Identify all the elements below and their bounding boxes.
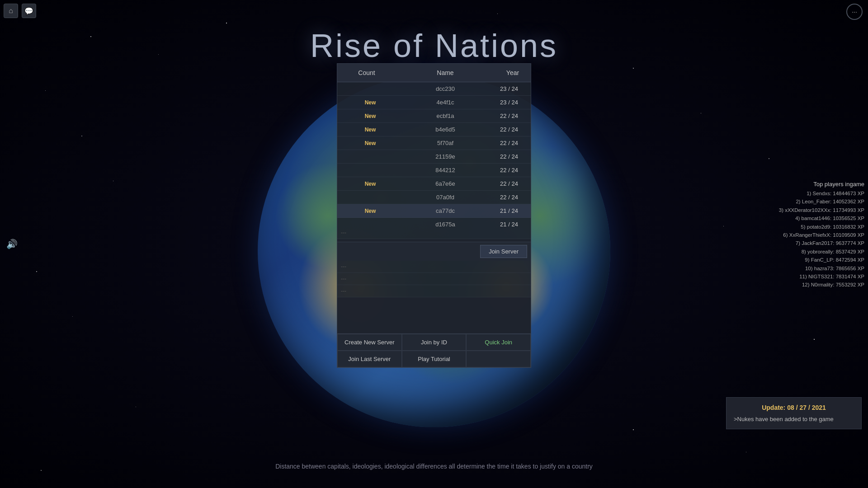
server-row[interactable]: Newb4e6d522 / 24 [337,123,531,136]
create-new-server-button[interactable]: Create New Server [337,334,402,351]
server-row[interactable]: New5f70af22 / 24 [337,136,531,150]
bottom-info-text: Distance between capitals, ideologies, i… [275,463,593,470]
top-players-panel: Top players ingame 1) Sendxs: 14844673 X… [728,181,868,289]
bottom-buttons: Create New Server Join by ID Quick Join … [337,333,531,367]
top-player-row: 3) xXXDerator102XXx: 11734993 XP [728,206,864,214]
top-player-row: 5) potato2d9: 10316832 XP [728,223,864,231]
top-player-row: 10) hazra73: 7865656 XP [728,264,864,272]
top-player-row: 6) XxRangerThiefxX: 10109509 XP [728,231,864,239]
server-players: 22 / 24 [491,167,527,174]
server-players: 22 / 24 [491,194,527,201]
server-name: ecbf1a [400,113,491,119]
server-name: 21159e [400,153,491,160]
server-browser-panel: Count Name Year dcc23023 / 24New4e4f1c23… [337,63,531,368]
server-row[interactable]: d1675a21 / 24 [337,218,531,227]
top-players-title: Top players ingame [728,181,864,188]
top-player-row: 2) Leon_Faber: 14052362 XP [728,197,864,206]
server-players: 22 / 24 [491,153,527,160]
new-badge: New [365,127,376,133]
top-players-list: 1) Sendxs: 14844673 XP2) Leon_Faber: 140… [728,189,864,289]
server-name: d1675a [400,221,491,227]
server-row[interactable]: 07a0fd22 / 24 [337,191,531,204]
server-players: 23 / 24 [491,85,527,92]
header-count: Count [337,64,396,82]
table-header: Count Name Year [337,64,531,82]
sep-row-3: --- [337,273,531,285]
new-badge: New [365,99,376,106]
server-name: ca77dc [400,207,491,214]
server-name: b4e6d5 [400,126,491,133]
new-badge: New [365,113,376,119]
new-badge: New [365,140,376,146]
sep-row-1: --- [337,227,531,239]
server-players: 22 / 24 [491,180,527,187]
sep-row-4: --- [337,285,531,297]
server-name: 844212 [400,167,491,174]
top-player-row: 9) FanC_LP: 8472594 XP [728,256,864,264]
server-list[interactable]: dcc23023 / 24New4e4f1c23 / 24Newecbf1a22… [337,82,531,227]
menu-dots-button[interactable]: ··· [846,4,863,20]
update-title: Update: 08 / 27 / 2021 [734,404,854,411]
server-players: 22 / 24 [491,113,527,119]
join-server-button[interactable]: Join Server [480,245,527,258]
top-player-row: 1) Sendxs: 14844673 XP [728,189,864,197]
server-row[interactable]: New4e4f1c23 / 24 [337,96,531,109]
top-player-row: 4) bamcat1446: 10356525 XP [728,214,864,222]
server-players: 21 / 24 [491,221,527,227]
server-row[interactable]: New6a7e6e22 / 24 [337,177,531,191]
join-area: Join Server [337,242,531,261]
server-row[interactable]: 21159e22 / 24 [337,150,531,164]
top-right-menu-area: ··· [846,4,863,20]
sound-icon[interactable]: 🔊 [6,239,18,249]
server-name: 5f70af [400,140,491,146]
top-player-row: 11) NIGTS321: 7831474 XP [728,272,864,281]
server-name: dcc230 [400,85,491,92]
server-players: 21 / 24 [491,207,527,214]
server-row[interactable]: Newecbf1a22 / 24 [337,109,531,123]
home-icon[interactable]: ⌂ [4,4,18,18]
server-name: 6a7e6e [400,180,491,187]
game-title: Rise of Nations [310,27,558,64]
new-badge: New [365,181,376,187]
server-players: 23 / 24 [491,99,527,106]
header-year: Year [495,64,531,82]
server-row[interactable]: dcc23023 / 24 [337,82,531,96]
server-name: 4e4f1c [400,99,491,106]
server-row[interactable]: Newca77dc21 / 24 [337,204,531,218]
top-player-row: 12) N0rmality: 7553292 XP [728,281,864,289]
server-name: 07a0fd [400,194,491,201]
header-name: Name [396,64,495,82]
top-player-row: 8) yobroreally: 8537429 XP [728,248,864,256]
top-player-row: 7) JackFan2017: 9637774 XP [728,239,864,247]
new-badge: New [365,208,376,214]
server-list-container: dcc23023 / 24New4e4f1c23 / 24Newecbf1a22… [337,82,531,227]
server-players: 22 / 24 [491,126,527,133]
empty-button [466,351,531,367]
play-tutorial-button[interactable]: Play Tutorial [402,351,467,367]
top-left-icons: ⌂ 💬 [4,4,36,18]
chat-icon[interactable]: 💬 [22,4,36,18]
join-by-id-button[interactable]: Join by ID [402,334,467,351]
server-row[interactable]: 84421222 / 24 [337,164,531,177]
update-panel: Update: 08 / 27 / 2021 >Nukes have been … [726,397,862,429]
server-players: 22 / 24 [491,140,527,146]
update-content: >Nukes have been added to the game [734,416,854,422]
join-last-server-button[interactable]: Join Last Server [337,351,402,367]
sep-row-2: --- [337,261,531,273]
quick-join-button[interactable]: Quick Join [466,334,531,351]
